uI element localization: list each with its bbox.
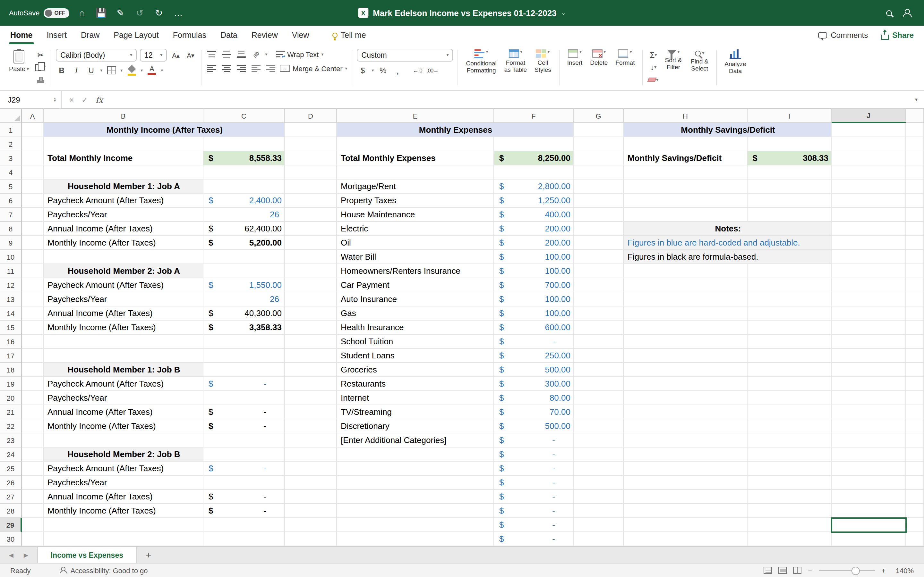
row-header-8[interactable]: 8 xyxy=(0,222,22,236)
cell-I25[interactable] xyxy=(748,462,832,476)
cell-J27[interactable] xyxy=(832,490,906,504)
cell-E11[interactable]: Homeowners/Renters Insurance xyxy=(337,264,494,278)
cell-C18[interactable] xyxy=(204,363,285,377)
clear-button[interactable] xyxy=(648,74,659,85)
cell-E8[interactable]: Electric xyxy=(337,222,494,236)
conditional-formatting-button[interactable]: ConditionalFormatting xyxy=(463,49,500,75)
cell-H14[interactable] xyxy=(624,306,748,321)
cell-K3[interactable] xyxy=(906,151,924,165)
row-header-24[interactable]: 24 xyxy=(0,448,22,462)
cell-I11[interactable] xyxy=(748,264,832,278)
comments-button[interactable]: Comments xyxy=(818,31,868,40)
cell-F8[interactable]: $200.00 xyxy=(494,222,573,236)
cell-H7[interactable] xyxy=(624,208,748,222)
cell-J2[interactable] xyxy=(832,137,906,151)
cell-H13[interactable] xyxy=(624,292,748,306)
cell-H17[interactable] xyxy=(624,349,748,363)
cell-F6[interactable]: $1,250.00 xyxy=(494,193,573,208)
cell-B21[interactable]: Annual Income (After Taxes) xyxy=(44,405,204,419)
cell-F22[interactable]: $500.00 xyxy=(494,419,573,434)
cell-G17[interactable] xyxy=(573,349,624,363)
cell-B16[interactable] xyxy=(44,335,204,349)
add-sheet-button[interactable]: + xyxy=(137,547,160,563)
cell-C29[interactable] xyxy=(204,518,285,532)
cell-D28[interactable] xyxy=(285,504,337,518)
cell-I4[interactable] xyxy=(748,165,832,179)
cell-D11[interactable] xyxy=(285,264,337,278)
cell-H26[interactable] xyxy=(624,476,748,490)
cell-K26[interactable] xyxy=(906,476,924,490)
row-header-18[interactable]: 18 xyxy=(0,363,22,377)
cell-B20[interactable]: Paychecks/Year xyxy=(44,391,204,405)
align-center-button[interactable] xyxy=(221,63,232,74)
cell-A24[interactable] xyxy=(22,448,44,462)
cell-F2[interactable] xyxy=(494,137,573,151)
cell-H15[interactable] xyxy=(624,321,748,335)
cell-D19[interactable] xyxy=(285,377,337,391)
redo-icon[interactable]: ↻ xyxy=(152,6,165,20)
cell-F24[interactable]: $- xyxy=(494,448,573,462)
cell-C2[interactable] xyxy=(204,137,285,151)
cell-D9[interactable] xyxy=(285,236,337,250)
cell-G19[interactable] xyxy=(573,377,624,391)
cell-C17[interactable] xyxy=(204,349,285,363)
cell-E10[interactable]: Water Bill xyxy=(337,250,494,264)
cell-D14[interactable] xyxy=(285,306,337,321)
cell-H30[interactable] xyxy=(624,532,748,546)
cell-I15[interactable] xyxy=(748,321,832,335)
cell-K2[interactable] xyxy=(906,137,924,151)
cell-E21[interactable]: TV/Streaming xyxy=(337,405,494,419)
cell-G29[interactable] xyxy=(573,518,624,532)
cell-G10[interactable] xyxy=(573,250,624,264)
row-header-15[interactable]: 15 xyxy=(0,321,22,335)
cell-E5[interactable]: Mortgage/Rent xyxy=(337,179,494,193)
cell-B2[interactable] xyxy=(44,137,204,151)
row-header-9[interactable]: 9 xyxy=(0,236,22,250)
cell-J6[interactable] xyxy=(832,193,906,208)
cell-J12[interactable] xyxy=(832,278,906,292)
fill-color-button[interactable] xyxy=(126,65,137,76)
row-header-5[interactable]: 5 xyxy=(0,179,22,193)
cell-B22[interactable]: Monthly Income (After Taxes) xyxy=(44,419,204,434)
align-left-button[interactable] xyxy=(206,63,218,74)
decrease-font-size-button[interactable]: A▾ xyxy=(185,50,196,61)
cell-H10[interactable]: Figures in black are formula-based. xyxy=(624,250,832,264)
cell-B27[interactable]: Annual Income (After Taxes) xyxy=(44,490,204,504)
cell-E2[interactable] xyxy=(337,137,494,151)
cell-F18[interactable]: $500.00 xyxy=(494,363,573,377)
copy-button[interactable] xyxy=(35,62,46,73)
decrease-decimal-button[interactable]: .00→ xyxy=(427,65,439,76)
cell-G15[interactable] xyxy=(573,321,624,335)
cell-G5[interactable] xyxy=(573,179,624,193)
comma-style-button[interactable]: , xyxy=(392,65,404,76)
undo-icon[interactable]: ↺ xyxy=(133,6,146,20)
cell-J26[interactable] xyxy=(832,476,906,490)
autosave-toggle[interactable]: AutoSave OFF xyxy=(9,8,69,18)
cell-B6[interactable]: Paycheck Amount (After Taxes) xyxy=(44,193,204,208)
cell-I20[interactable] xyxy=(748,391,832,405)
cell-J17[interactable] xyxy=(832,349,906,363)
cell-I28[interactable] xyxy=(748,504,832,518)
formula-bar-expand-icon[interactable]: ▾ xyxy=(909,97,924,103)
cell-A1[interactable] xyxy=(22,123,44,137)
insert-cells-button[interactable]: Insert xyxy=(564,49,586,67)
cell-C30[interactable] xyxy=(204,532,285,546)
cell-E1[interactable]: Monthly Expenses xyxy=(337,123,573,137)
cell-J11[interactable] xyxy=(832,264,906,278)
cell-C9[interactable]: $5,200.00 xyxy=(204,236,285,250)
cell-E27[interactable] xyxy=(337,490,494,504)
title-chevron-icon[interactable]: ⌄ xyxy=(561,10,566,16)
cell-C22[interactable]: $- xyxy=(204,419,285,434)
cell-H2[interactable] xyxy=(624,137,748,151)
number-format-select[interactable]: Custom xyxy=(357,49,453,61)
cell-A17[interactable] xyxy=(22,349,44,363)
cell-K9[interactable] xyxy=(906,236,924,250)
cell-A3[interactable] xyxy=(22,151,44,165)
cell-C4[interactable] xyxy=(204,165,285,179)
align-bottom-button[interactable] xyxy=(236,49,247,60)
column-header-J[interactable]: J xyxy=(832,109,906,123)
cell-H25[interactable] xyxy=(624,462,748,476)
cell-G27[interactable] xyxy=(573,490,624,504)
enter-button[interactable]: ✓ xyxy=(81,95,88,104)
cell-G1[interactable] xyxy=(573,123,624,137)
